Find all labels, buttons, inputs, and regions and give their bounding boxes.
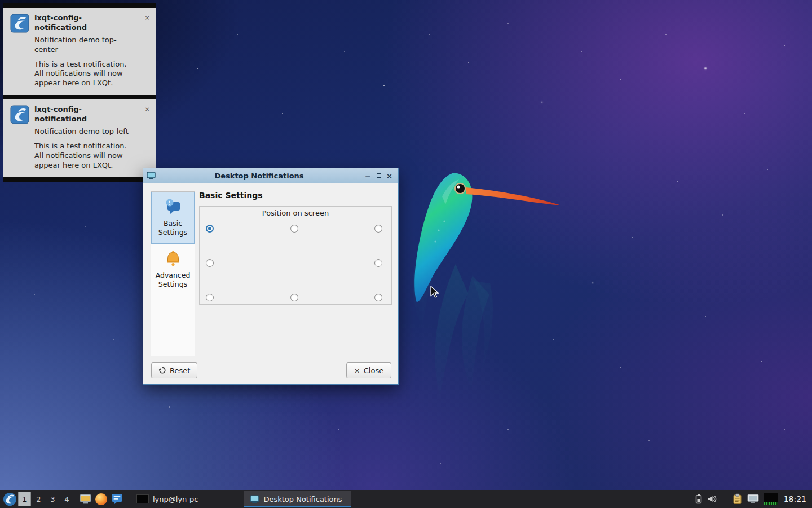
task-button-label: Desktop Notifications: [263, 495, 342, 503]
firefox-icon: [95, 493, 107, 505]
workspace-button-2[interactable]: 2: [32, 492, 45, 506]
radio-position-bottom-right[interactable]: [374, 294, 382, 301]
settings-sidebar: Basic Settings Advanced Settings: [151, 191, 195, 356]
radio-position-middle-left[interactable]: [206, 259, 214, 267]
radio-position-top-left[interactable]: [206, 225, 214, 233]
notification-summary: Notification demo top-left: [34, 127, 134, 137]
notification: lxqt-config-notificationd Notification d…: [3, 95, 156, 181]
page-title: Basic Settings: [199, 191, 263, 200]
radio-position-bottom-left[interactable]: [206, 294, 214, 301]
sidebar-item-advanced-settings[interactable]: Advanced Settings: [151, 244, 195, 296]
restore-icon: [377, 173, 381, 178]
display-icon[interactable]: [747, 494, 759, 504]
notification-close-icon[interactable]: ×: [143, 105, 151, 113]
notification: lxqt-config-notificationd Notification d…: [3, 3, 156, 95]
notification-stack: lxqt-config-notificationd Notification d…: [3, 3, 156, 182]
minimize-button[interactable]: −: [363, 170, 373, 181]
task-button-terminal[interactable]: lynp@lyn-pc: [131, 491, 204, 507]
position-groupbox: Position on screen: [199, 206, 392, 305]
sidebar-item-label: Basic Settings: [153, 219, 193, 238]
terminal-thumbnail: [136, 494, 149, 503]
close-x-icon: ×: [354, 366, 360, 375]
taskbar: 1 2 3 4 lynp@lyn-pc Desktop Notification…: [0, 490, 812, 508]
window-icon: [250, 495, 259, 503]
window-title: Desktop Notifications: [156, 172, 363, 180]
desktop-notifications-window: Desktop Notifications − × Basic Settings: [143, 168, 399, 385]
launcher-chat-icon[interactable]: [109, 492, 124, 506]
reset-button-label: Reset: [170, 366, 190, 375]
notification-close-icon[interactable]: ×: [143, 14, 151, 21]
radio-position-middle-right[interactable]: [374, 259, 382, 267]
radio-position-bottom-center[interactable]: [290, 294, 298, 301]
sidebar-item-label: Advanced Settings: [153, 271, 193, 290]
task-button-desktop-notifications[interactable]: Desktop Notifications: [244, 491, 351, 507]
dialog-close-button[interactable]: × Close: [346, 362, 391, 378]
titlebar[interactable]: Desktop Notifications − ×: [143, 168, 398, 183]
lxqt-app-icon: [10, 14, 29, 33]
sidebar-item-basic-settings[interactable]: Basic Settings: [151, 192, 195, 244]
lxqt-logo-icon: [3, 492, 17, 506]
workspace-button-1[interactable]: 1: [18, 492, 31, 506]
notification-summary: Notification demo top-center: [34, 36, 134, 55]
radio-position-top-center[interactable]: [290, 225, 298, 233]
clipboard-icon[interactable]: [732, 493, 742, 505]
task-button-label: lynp@lyn-pc: [153, 495, 198, 503]
reset-button[interactable]: Reset: [151, 362, 197, 378]
battery-icon[interactable]: [695, 494, 702, 504]
launcher-desktop-icon[interactable]: [78, 492, 92, 506]
notification-text: lxqt-config-notificationd Notification d…: [34, 105, 134, 170]
wallpaper-hummingbird: [388, 163, 574, 405]
notification-body: This is a test notification. All notific…: [34, 142, 134, 170]
workspace-button-3[interactable]: 3: [46, 492, 59, 506]
close-button[interactable]: ×: [384, 170, 395, 181]
volume-icon[interactable]: [707, 494, 717, 503]
workspace-button-4[interactable]: 4: [60, 492, 73, 506]
notification-text: lxqt-config-notificationd Notification d…: [34, 14, 134, 88]
window-icon: [147, 172, 156, 179]
system-tray: 18:21: [695, 493, 810, 505]
notification-app-name: lxqt-config-notificationd: [34, 14, 134, 33]
basic-settings-icon: [164, 197, 183, 216]
radio-position-top-right[interactable]: [374, 225, 382, 233]
lxqt-app-icon: [10, 105, 29, 124]
reset-icon: [158, 366, 166, 374]
starfield: [0, 0, 1, 1]
resource-monitor-icon[interactable]: [764, 493, 778, 505]
launcher-firefox-icon[interactable]: [94, 492, 108, 506]
taskbar-clock[interactable]: 18:21: [783, 494, 806, 503]
window-body: Basic Settings Advanced Settings Basic S…: [143, 183, 398, 384]
restore-button[interactable]: [373, 170, 384, 181]
bell-icon: [164, 249, 183, 268]
groupbox-title: Position on screen: [200, 209, 391, 217]
notification-body: This is a test notification. All notific…: [34, 60, 134, 89]
notification-app-name: lxqt-config-notificationd: [34, 105, 134, 124]
close-button-label: Close: [364, 366, 383, 375]
start-menu-button[interactable]: [2, 492, 17, 506]
mouse-cursor: [430, 286, 441, 299]
